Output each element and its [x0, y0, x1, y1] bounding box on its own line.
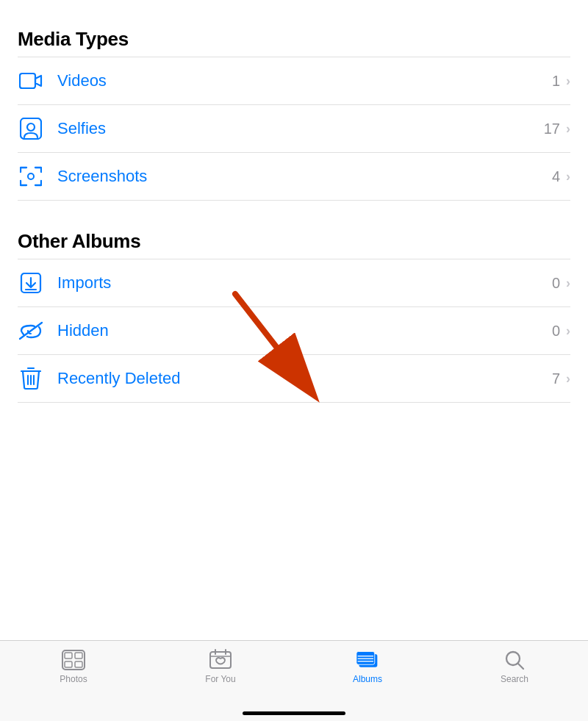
videos-count: 1 [552, 73, 560, 90]
selfies-chevron: › [566, 121, 570, 137]
svg-rect-11 [75, 661, 82, 667]
photos-tab-label: Photos [60, 674, 87, 684]
hidden-count: 0 [552, 323, 560, 340]
svg-rect-14 [356, 651, 375, 664]
imports-count: 0 [552, 275, 560, 292]
media-types-header: Media Types [0, 22, 588, 57]
search-tab-label: Search [501, 674, 528, 684]
imports-item[interactable]: Imports 0 › [0, 259, 588, 306]
svg-rect-12 [210, 652, 231, 668]
recently-deleted-item[interactable]: Recently Deleted 7 › [0, 355, 588, 402]
imports-chevron: › [566, 276, 570, 291]
videos-label: Videos [57, 71, 552, 90]
for-you-tab-label: For You [205, 674, 235, 684]
svg-rect-9 [75, 653, 82, 659]
divider-recently-deleted [18, 402, 570, 403]
video-icon [18, 68, 44, 94]
tab-bar: Photos For You Albums [0, 640, 588, 721]
recently-deleted-chevron: › [566, 371, 570, 387]
search-tab-icon [503, 650, 526, 670]
svg-point-3 [28, 173, 34, 179]
svg-rect-10 [65, 661, 72, 667]
trash-icon [18, 365, 44, 392]
svg-rect-0 [20, 73, 35, 88]
screenshot-icon [18, 163, 44, 190]
section-spacer [0, 201, 588, 224]
selfie-icon [18, 115, 44, 142]
videos-chevron: › [566, 73, 570, 89]
screenshots-label: Screenshots [57, 167, 552, 186]
albums-tab-icon [356, 650, 379, 670]
for-you-tab-icon [209, 650, 232, 670]
main-content: Media Types Videos 1 › Selfies 17 › [0, 0, 588, 403]
imports-icon [18, 270, 44, 296]
recently-deleted-label: Recently Deleted [57, 369, 552, 388]
home-indicator [243, 711, 345, 715]
other-albums-header: Other Albums [0, 224, 588, 259]
screenshots-chevron: › [566, 169, 570, 184]
svg-rect-8 [65, 653, 72, 659]
svg-rect-7 [62, 650, 85, 670]
imports-label: Imports [57, 273, 552, 293]
recently-deleted-count: 7 [552, 370, 560, 387]
albums-tab-label: Albums [353, 674, 382, 684]
svg-point-2 [27, 123, 35, 131]
screenshots-item[interactable]: Screenshots 4 › [0, 153, 588, 200]
tab-search[interactable]: Search [441, 650, 588, 684]
hidden-chevron: › [566, 323, 570, 339]
selfies-count: 17 [544, 121, 560, 137]
tab-photos[interactable]: Photos [0, 650, 147, 684]
tab-albums[interactable]: Albums [294, 650, 441, 684]
selfies-item[interactable]: Selfies 17 › [0, 105, 588, 152]
screenshots-count: 4 [552, 168, 560, 185]
selfies-label: Selfies [57, 119, 544, 138]
tab-for-you[interactable]: For You [147, 650, 294, 684]
hidden-label: Hidden [57, 321, 552, 340]
hidden-item[interactable]: Hidden 0 › [0, 307, 588, 354]
hidden-icon [18, 318, 44, 344]
photos-tab-icon [62, 650, 85, 670]
videos-item[interactable]: Videos 1 › [0, 57, 588, 104]
